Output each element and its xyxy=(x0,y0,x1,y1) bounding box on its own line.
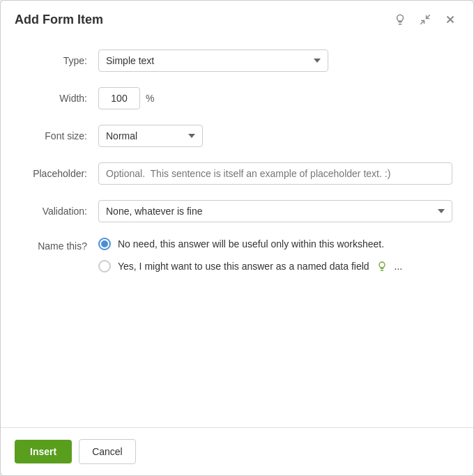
width-control: % xyxy=(98,87,452,109)
insert-button[interactable]: Insert xyxy=(15,440,72,463)
close-button[interactable] xyxy=(441,12,459,27)
compress-icon xyxy=(419,13,431,26)
width-label: Width: xyxy=(22,93,98,104)
placeholder-row: Placeholder: xyxy=(22,162,452,185)
type-label: Type: xyxy=(22,55,98,66)
radio-option-1[interactable]: No need, this answer will be useful only… xyxy=(98,238,452,250)
svg-line-2 xyxy=(427,15,430,18)
validation-control: None, whatever is fine Required Email Nu… xyxy=(98,200,452,222)
cancel-button[interactable]: Cancel xyxy=(79,439,136,464)
svg-line-1 xyxy=(420,21,424,24)
bulb-button[interactable] xyxy=(391,12,409,27)
bulb-icon xyxy=(394,13,406,26)
dialog-footer: Insert Cancel xyxy=(1,427,473,475)
header-icons xyxy=(391,12,459,27)
dialog-body: Type: Simple text Number Date Checkbox R… xyxy=(1,36,473,427)
radio-label-2: Yes, I might want to use this answer as … xyxy=(118,261,369,272)
font-size-label: Font size: xyxy=(22,130,98,141)
radio-custom-2 xyxy=(98,260,111,272)
width-input[interactable] xyxy=(98,87,140,109)
font-size-select[interactable]: Normal Small Large xyxy=(98,125,203,147)
type-select[interactable]: Simple text Number Date Checkbox Radio D… xyxy=(98,49,328,72)
font-size-control: Normal Small Large xyxy=(98,125,452,147)
width-row-inner: % xyxy=(98,87,452,109)
compress-button[interactable] xyxy=(416,12,434,27)
add-form-item-dialog: Add Form Item xyxy=(0,0,474,476)
name-this-control: No need, this answer will be useful only… xyxy=(98,238,452,272)
radio-bulb-icon xyxy=(376,261,388,272)
validation-row: Validation: None, whatever is fine Requi… xyxy=(22,200,452,222)
placeholder-control xyxy=(98,162,452,185)
width-row: Width: % xyxy=(22,87,452,109)
radio-option-2[interactable]: Yes, I might want to use this answer as … xyxy=(98,260,452,272)
radio-custom-1 xyxy=(98,238,111,250)
validation-select[interactable]: None, whatever is fine Required Email Nu… xyxy=(98,200,452,222)
radio-group: No need, this answer will be useful only… xyxy=(98,238,452,272)
radio-ellipsis: ... xyxy=(395,261,403,272)
dialog-title: Add Form Item xyxy=(15,13,103,27)
font-size-row: Font size: Normal Small Large xyxy=(22,125,452,147)
radio-label-1: No need, this answer will be useful only… xyxy=(118,238,384,249)
placeholder-label: Placeholder: xyxy=(22,168,98,179)
name-this-label: Name this? xyxy=(22,238,98,252)
validation-label: Validation: xyxy=(22,206,98,217)
type-control: Simple text Number Date Checkbox Radio D… xyxy=(98,49,452,72)
close-icon xyxy=(444,13,457,26)
width-unit: % xyxy=(146,93,154,104)
type-row: Type: Simple text Number Date Checkbox R… xyxy=(22,49,452,72)
name-this-row: Name this? No need, this answer will be … xyxy=(22,238,452,272)
placeholder-input[interactable] xyxy=(98,162,452,185)
dialog-header: Add Form Item xyxy=(1,1,473,36)
